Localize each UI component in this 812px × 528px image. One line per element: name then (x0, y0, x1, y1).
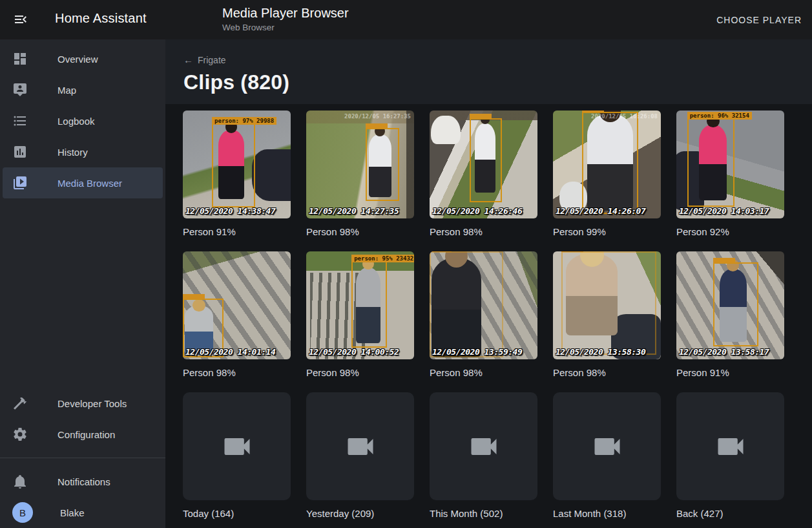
clip-thumbnail: person: 97% 2998812/05/2020 14:38:47 (183, 111, 291, 218)
clip-card[interactable]: person: 95% 2343212/05/2020 14:00:52Pers… (306, 251, 414, 378)
folder-card[interactable]: Back (427) (676, 392, 784, 519)
detection-label-small (470, 114, 492, 119)
detection-bounding-box (582, 112, 638, 215)
content-header: ← Frigate Clips (820) (165, 39, 812, 104)
tooltip-account-icon (12, 82, 28, 98)
clip-thumbnail: 12/05/2020 13:59:49 (430, 251, 537, 359)
sidebar-item-label: Developer Tools (57, 398, 127, 409)
clip-card[interactable]: 12/05/2020 14:26:46Person 98% (430, 111, 537, 237)
clip-card[interactable]: 12/05/2020 13:58:30Person 98% (553, 251, 661, 378)
cog-icon (12, 427, 28, 442)
sidebar-item-label: Overview (57, 54, 98, 65)
clip-timestamp: 12/05/2020 13:58:17 (679, 347, 769, 357)
clip-timestamp: 12/05/2020 13:58:30 (556, 347, 645, 357)
view-dashboard-icon (12, 51, 28, 67)
sidebar-item-configuration[interactable]: Configuration (3, 419, 163, 450)
sidebar-item-history[interactable]: History (3, 136, 163, 167)
detection-bounding-box (713, 262, 758, 346)
breadcrumb[interactable]: ← Frigate (183, 55, 226, 65)
clip-caption: Person 98% (430, 367, 537, 378)
clip-card[interactable]: 12/05/2020 13:59:49Person 98% (430, 251, 537, 378)
detection-label: person: 97% 29988 (212, 117, 276, 125)
sidebar-item-label: Configuration (57, 429, 115, 440)
format-list-bulleted-icon (12, 113, 28, 129)
clip-timestamp: 12/05/2020 14:26:07 (556, 206, 645, 216)
detection-bounding-box (366, 128, 399, 202)
clip-thumbnail: 12/05/2020 13:58:30 (553, 251, 661, 359)
clip-timestamp: 12/05/2020 14:03:17 (679, 206, 769, 216)
video-camera-icon (344, 430, 377, 463)
clip-caption: Person 98% (306, 226, 414, 237)
folder-card[interactable]: Yesterday (209) (306, 392, 414, 519)
poll-box-icon (12, 144, 28, 160)
clip-thumbnail: 12/05/2020 13:58:17 (676, 251, 784, 359)
detection-bounding-box: person: 97% 29988 (212, 123, 255, 207)
breadcrumb-label: Frigate (198, 55, 226, 65)
choose-player-button[interactable]: CHOOSE PLAYER (716, 0, 802, 39)
bell-icon (12, 474, 28, 489)
clip-card[interactable]: 2020/12/05 16:26:0812/05/2020 14:26:07Pe… (553, 111, 661, 237)
avatar: B (12, 502, 33, 523)
clip-timestamp: 12/05/2020 14:01:14 (185, 347, 275, 357)
scene-object (252, 149, 291, 201)
sidebar-item-map[interactable]: Map (3, 74, 163, 105)
detection-label-small (183, 294, 205, 299)
detection-bounding-box (430, 251, 503, 357)
sidebar-item-label: History (57, 147, 88, 158)
folder-thumbnail (306, 392, 414, 500)
folder-caption: This Month (502) (430, 508, 537, 519)
clip-caption: Person 91% (183, 226, 291, 237)
clip-card[interactable]: person: 97% 2998812/05/2020 14:38:47Pers… (183, 111, 291, 237)
clip-caption: Person 92% (676, 226, 784, 237)
clip-card[interactable]: 2020/12/05 16:27:3512/05/2020 14:27:35Pe… (306, 111, 414, 237)
detection-label-small (713, 258, 735, 263)
sidebar-item-label: Notifications (57, 476, 110, 487)
clip-timestamp: 12/05/2020 14:00:52 (309, 347, 399, 357)
clip-caption: Person 98% (553, 367, 661, 378)
detection-label: person: 95% 23432 (351, 255, 414, 262)
folder-thumbnail (553, 392, 661, 500)
detection-label-small (366, 123, 388, 129)
clip-timestamp: 12/05/2020 14:27:35 (309, 206, 399, 216)
video-camera-icon (467, 430, 501, 463)
page-header: Media Player Browser Web Browser (222, 6, 349, 32)
clip-thumbnail: person: 95% 2343212/05/2020 14:00:52 (306, 251, 414, 359)
clip-thumbnail: 2020/12/05 16:26:0812/05/2020 14:26:07 (553, 111, 661, 218)
user-name: Blake (60, 507, 85, 518)
sidebar-item-label: Logbook (57, 116, 95, 127)
folder-card[interactable]: Last Month (318) (553, 392, 661, 519)
clip-timestamp: 12/05/2020 14:38:47 (185, 206, 275, 216)
sidebar-item-notifications[interactable]: Notifications (3, 466, 163, 497)
sidebar-item-logbook[interactable]: Logbook (3, 105, 163, 136)
detection-bounding-box (470, 118, 502, 202)
sidebar-item-label: Media Browser (57, 178, 122, 189)
folder-thumbnail (430, 392, 537, 500)
folder-card[interactable]: Today (164) (183, 392, 291, 519)
hammer-icon (12, 396, 28, 411)
scene-object (431, 116, 461, 143)
camera-osd-timestamp: 2020/12/05 16:26:08 (591, 113, 658, 120)
menu-open-icon[interactable] (13, 12, 28, 27)
folder-thumbnail (676, 392, 784, 500)
sidebar-item-user-profile[interactable]: BBlake (3, 497, 163, 528)
clip-caption: Person 98% (430, 226, 537, 237)
clip-card[interactable]: 12/05/2020 13:58:17Person 91% (676, 251, 784, 378)
clip-timestamp: 12/05/2020 14:26:46 (432, 206, 522, 216)
folder-card[interactable]: This Month (502) (430, 392, 537, 519)
folder-caption: Last Month (318) (553, 508, 661, 519)
clip-caption: Person 91% (676, 367, 784, 378)
detection-label-small (582, 111, 604, 112)
detection-bounding-box: person: 96% 32154 (687, 118, 734, 207)
detection-label-small (561, 251, 583, 252)
play-box-multiple-icon (12, 175, 28, 191)
clip-caption: Person 98% (306, 367, 414, 378)
clip-caption: Person 98% (183, 367, 291, 378)
sidebar-item-overview[interactable]: Overview (3, 43, 163, 74)
clip-card[interactable]: person: 96% 3215412/05/2020 14:03:17Pers… (676, 111, 784, 237)
sidebar-item-media-browser[interactable]: Media Browser (3, 167, 163, 198)
clip-thumbnail: 2020/12/05 16:27:3512/05/2020 14:27:35 (306, 111, 414, 218)
clip-card[interactable]: 12/05/2020 14:01:14Person 98% (183, 251, 291, 378)
arrow-left-icon: ← (183, 55, 193, 65)
sidebar-item-developer-tools[interactable]: Developer Tools (3, 388, 163, 419)
sidebar-item-label: Map (57, 85, 76, 96)
